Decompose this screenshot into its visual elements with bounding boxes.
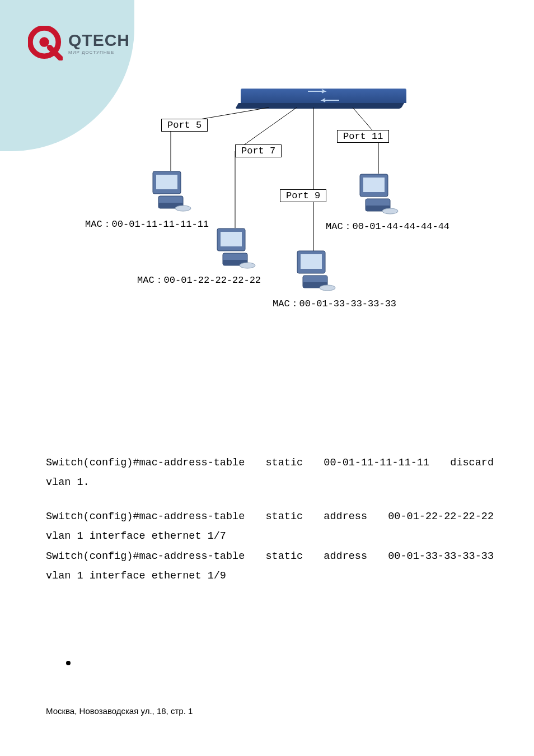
pc1-icon (148, 168, 193, 213)
brand-logo: QTECH МИР ДОСТУПНЕЕ (28, 24, 123, 63)
code-l5d: 00-01-33-33-33-33 (388, 547, 494, 566)
port5-label: Port 5 (161, 119, 208, 132)
port11-label: Port 11 (337, 130, 389, 143)
code-l1c: 00-01-11-11-11-11 (324, 453, 429, 473)
port7-label: Port 7 (235, 144, 282, 157)
svg-rect-25 (363, 178, 385, 192)
pc2-icon (213, 225, 257, 270)
code-l1a: Switch(config)#mac-address-table (46, 453, 245, 473)
svg-point-18 (240, 263, 255, 268)
logo-name: QTECH (68, 32, 130, 49)
mac3-label: MAC：00-01-33-33-33-33 (273, 297, 396, 310)
config-code-block: Switch(config)#mac-address-table static … (46, 453, 494, 586)
code-l2: vlan 1. (46, 477, 90, 488)
svg-point-23 (320, 285, 335, 291)
logo-mark-icon (28, 26, 63, 60)
code-l5b: static (265, 547, 303, 566)
svg-rect-15 (221, 232, 242, 246)
mac4-label: MAC：00-01-44-44-44-44 (326, 220, 449, 232)
wires-icon (73, 84, 465, 330)
code-l3c: address (324, 507, 367, 526)
svg-point-28 (382, 208, 398, 214)
code-l3a: Switch(config)#mac-address-table (46, 507, 245, 526)
svg-point-13 (175, 206, 191, 211)
footer-address: Москва, Новозаводская ул., 18, стр. 1 (46, 706, 193, 716)
code-l5c: address (324, 547, 367, 566)
code-l1d: discard (450, 453, 494, 473)
code-l3b: static (265, 507, 303, 526)
svg-rect-10 (156, 175, 177, 189)
mac1-label: MAC：00-01-11-11-11-11 (85, 217, 209, 230)
pc4-icon (355, 171, 400, 216)
code-l3d: 00-01-22-22-22-22 (388, 507, 494, 526)
code-l1b: static (265, 453, 303, 473)
port9-label: Port 9 (280, 189, 326, 202)
svg-point-1 (39, 37, 49, 46)
network-diagram: Port 5 Port 7 Port 9 Port 11 (73, 84, 465, 330)
logo-tagline: МИР ДОСТУПНЕЕ (68, 50, 130, 55)
svg-rect-20 (301, 254, 322, 269)
code-l6: vlan 1 interface ethernet 1/9 (46, 570, 226, 582)
pc3-icon (293, 248, 338, 292)
code-l4: vlan 1 interface ethernet 1/7 (46, 530, 226, 542)
code-l5a: Switch(config)#mac-address-table (46, 547, 245, 566)
bullet-icon (66, 661, 71, 665)
mac2-label: MAC：00-01-22-22-22-22 (137, 273, 261, 286)
